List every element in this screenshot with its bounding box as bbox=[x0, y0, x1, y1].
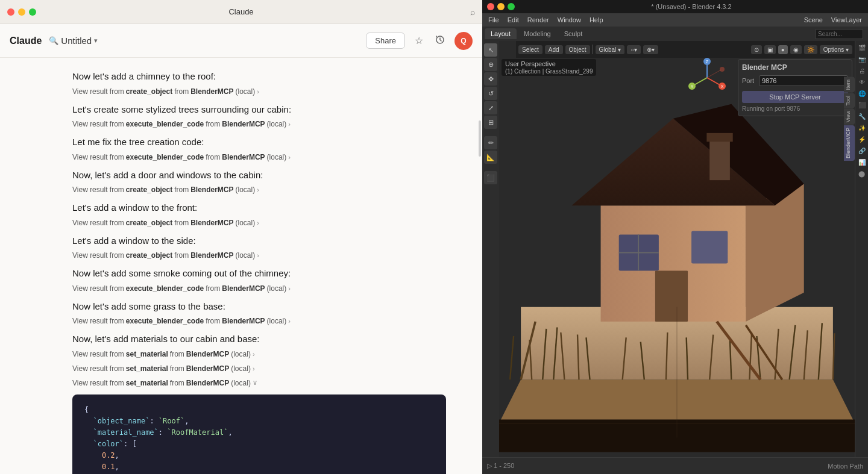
toolbar-annotate-btn[interactable]: ✏ bbox=[484, 136, 497, 149]
tool-result-9c[interactable]: View result from set_material from Blend… bbox=[72, 379, 446, 387]
tool-result-7[interactable]: View result from execute_blender_code fr… bbox=[72, 284, 446, 293]
chat-item-7: Now let's add some smoke coming out of t… bbox=[72, 267, 446, 293]
vp-shading-rendered[interactable]: 🔆 bbox=[804, 45, 817, 54]
scroll-indicator[interactable] bbox=[479, 120, 481, 157]
props-icon-material[interactable]: ⬤ bbox=[857, 168, 867, 179]
toolbar-rotate-btn[interactable]: ↺ bbox=[484, 87, 497, 100]
props-icon-view[interactable]: 👁 bbox=[857, 76, 867, 87]
chat-text-2: Let's create some stylized trees surroun… bbox=[72, 103, 446, 117]
tool-result-1[interactable]: View result from create_object from Blen… bbox=[72, 87, 446, 96]
tool-result-5[interactable]: View result from create_object from Blen… bbox=[72, 219, 446, 227]
vp-global-dropdown[interactable]: Global ▾ bbox=[596, 45, 625, 54]
tool-result-8[interactable]: View result from execute_blender_code fr… bbox=[72, 317, 446, 325]
tab-sculpt[interactable]: Sculpt bbox=[558, 28, 589, 39]
toolbar-transform-btn[interactable]: ⊞ bbox=[484, 116, 497, 129]
props-icon-output[interactable]: 🖨 bbox=[857, 65, 867, 76]
blender-close-btn[interactable] bbox=[487, 3, 494, 10]
toolbar-select-btn[interactable]: ↖ bbox=[484, 43, 497, 57]
tool-suffix-7: (local) bbox=[267, 284, 287, 293]
global-search[interactable] bbox=[815, 29, 863, 39]
toolbar-add-btn[interactable]: ⬛ bbox=[484, 171, 497, 184]
vp-pivot-dropdown[interactable]: ○▾ bbox=[627, 45, 641, 54]
share-button[interactable]: Share bbox=[366, 33, 405, 49]
vp-overlay-btn[interactable]: ⊙ bbox=[751, 45, 762, 54]
side-tab-item[interactable]: Item bbox=[844, 77, 855, 93]
close-btn[interactable] bbox=[7, 8, 14, 16]
blender-minimize-btn[interactable] bbox=[497, 3, 505, 10]
toolbar-measure-btn[interactable]: 📐 bbox=[484, 151, 497, 164]
blender-viewport[interactable]: Select Add Object Global ▾ ○▾ ⊕▾ ⊙ ▣ ● ◉… bbox=[499, 41, 855, 457]
chevron-icon-7: › bbox=[288, 285, 291, 292]
tool-result-prefix-7: View result from bbox=[72, 284, 124, 293]
tool-result-6[interactable]: View result from create_object from Blen… bbox=[72, 251, 446, 260]
menu-render[interactable]: Render bbox=[524, 15, 553, 25]
vp-select-dropdown[interactable]: Select bbox=[518, 45, 542, 54]
tool-result-4[interactable]: View result from create_object from Blen… bbox=[72, 186, 446, 194]
minimize-btn[interactable] bbox=[18, 8, 25, 16]
maximize-btn[interactable] bbox=[29, 8, 36, 16]
tool-result-9b[interactable]: View result from set_material from Blend… bbox=[72, 364, 446, 373]
tool-from-8: from bbox=[206, 317, 220, 325]
tool-result-2[interactable]: View result from execute_blender_code fr… bbox=[72, 120, 446, 128]
tool-result-3[interactable]: View result from execute_blender_code fr… bbox=[72, 153, 446, 161]
star-button[interactable]: ☆ bbox=[412, 33, 426, 49]
toolbar-scale-btn[interactable]: ⤢ bbox=[484, 101, 497, 114]
vp-xray-btn[interactable]: ▣ bbox=[764, 45, 776, 54]
side-tab-blendermcp[interactable]: BlenderMCP bbox=[844, 125, 855, 161]
tab-modeling[interactable]: Modeling bbox=[518, 28, 557, 39]
navigation-gizmo[interactable]: Z X Y bbox=[686, 57, 728, 101]
menu-help[interactable]: Help bbox=[586, 15, 607, 25]
menu-scene[interactable]: Scene bbox=[800, 15, 826, 25]
side-tab-tool[interactable]: Tool bbox=[844, 93, 855, 108]
history-button[interactable] bbox=[433, 33, 447, 49]
tool-suffix-4: (local) bbox=[236, 186, 256, 194]
chat-content[interactable]: Now let's add a chimney to the roof: Vie… bbox=[0, 58, 482, 474]
vp-object-dropdown[interactable]: Object bbox=[565, 45, 590, 54]
vp-shading-solid[interactable]: ● bbox=[778, 45, 788, 54]
props-icon-world[interactable]: 🌐 bbox=[857, 88, 867, 99]
mcp-stop-button[interactable]: Stop MCP Server bbox=[742, 91, 848, 103]
window-search-icon[interactable]: ⌕ bbox=[470, 7, 475, 17]
toolbar-move-btn[interactable]: ✥ bbox=[484, 72, 497, 86]
tool-result-prefix-4: View result from bbox=[72, 186, 124, 194]
props-icon-render[interactable]: 📷 bbox=[857, 54, 867, 64]
tool-suffix-6: (local) bbox=[236, 251, 256, 260]
menu-edit[interactable]: Edit bbox=[504, 15, 523, 25]
vp-shading-material[interactable]: ◉ bbox=[790, 45, 802, 54]
vp-options-dropdown[interactable]: Options ▾ bbox=[820, 45, 852, 54]
props-icon-particles[interactable]: ✨ bbox=[857, 122, 867, 133]
menu-window[interactable]: Window bbox=[554, 15, 585, 25]
window-title: Claude bbox=[228, 7, 253, 16]
props-icon-constraints[interactable]: 🔗 bbox=[857, 145, 867, 156]
tool-result-9a[interactable]: View result from set_material from Blend… bbox=[72, 350, 446, 358]
tool-from-7: from bbox=[206, 284, 220, 293]
side-tab-view[interactable]: View bbox=[844, 108, 855, 125]
tool-suffix-9c: (local) bbox=[231, 379, 251, 387]
menu-viewlayer[interactable]: ViewLayer bbox=[828, 15, 866, 25]
blender-maximize-btn[interactable] bbox=[508, 3, 515, 10]
chevron-icon-2: › bbox=[288, 120, 291, 128]
tool-suffix-8: (local) bbox=[267, 317, 287, 325]
props-icon-modifier[interactable]: 🔧 bbox=[857, 111, 867, 122]
props-icon-scene[interactable]: 🎬 bbox=[857, 42, 867, 53]
props-icon-object[interactable]: ⬛ bbox=[857, 99, 867, 110]
menu-file[interactable]: File bbox=[485, 15, 503, 25]
chevron-icon-1: › bbox=[257, 88, 259, 95]
props-icon-physics[interactable]: ⚡ bbox=[857, 134, 867, 145]
dropdown-caret-icon: ▾ bbox=[94, 37, 98, 45]
props-icon-data[interactable]: 📊 bbox=[857, 157, 867, 167]
vp-snap-dropdown[interactable]: ⊕▾ bbox=[643, 45, 658, 54]
mcp-port-input[interactable] bbox=[759, 75, 848, 86]
chevron-icon-5: › bbox=[257, 219, 259, 226]
tool-result-prefix-3: View result from bbox=[72, 153, 124, 161]
tool-suffix: (local) bbox=[236, 87, 256, 96]
claude-panel: Claude ⌕ Claude 🔍 Untitled ▾ Share ☆ Q bbox=[0, 0, 482, 474]
tool-name-4: create_object bbox=[126, 186, 172, 194]
claude-search-icon[interactable]: 🔍 bbox=[49, 36, 58, 45]
tab-layout[interactable]: Layout bbox=[485, 28, 517, 39]
user-avatar[interactable]: Q bbox=[454, 32, 473, 50]
vp-add-dropdown[interactable]: Add bbox=[545, 45, 563, 54]
conversation-title-container[interactable]: Untitled ▾ bbox=[61, 36, 98, 46]
chat-item-1: Now let's add a chimney to the roof: Vie… bbox=[72, 70, 446, 96]
toolbar-cursor-btn[interactable]: ⊕ bbox=[484, 58, 497, 71]
